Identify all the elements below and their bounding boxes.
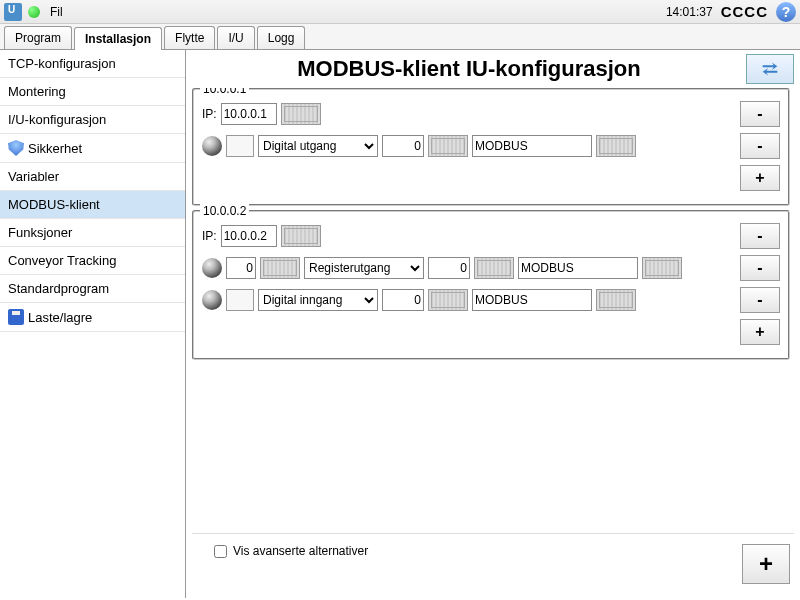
remove-server-button[interactable]: - [740, 101, 780, 127]
status-indicator: CCCC [721, 3, 768, 20]
add-signal-button[interactable]: + [740, 165, 780, 191]
group-legend: 10.0.0.2 [200, 204, 249, 218]
tab-installasjon[interactable]: Installasjon [74, 27, 162, 50]
signal-status-icon [202, 258, 222, 278]
main-panel: MODBUS-klient IU-konfigurasjon 10.0.0.1I… [186, 50, 800, 598]
modbus-server-group: 10.0.0.2IP:-Digital inngangDigital utgan… [192, 210, 790, 360]
sidebar-item-label: Montering [8, 84, 66, 99]
file-menu[interactable]: Fil [46, 1, 67, 23]
refresh-icon [759, 60, 781, 78]
signal-value-input[interactable] [226, 257, 256, 279]
sidebar-item-label: Standardprogram [8, 281, 109, 296]
tab-i/u[interactable]: I/U [217, 26, 254, 49]
signal-name-input[interactable] [472, 289, 592, 311]
disk-icon [8, 309, 24, 325]
remove-signal-button[interactable]: - [740, 255, 780, 281]
signal-name-input[interactable] [518, 257, 638, 279]
sidebar-item-label: MODBUS-klient [8, 197, 100, 212]
add-server-button[interactable]: + [742, 544, 790, 584]
signal-type-select[interactable]: Digital inngangDigital utgangRegisterinn… [304, 257, 424, 279]
sidebar-item-montering[interactable]: Montering [0, 78, 185, 106]
sidebar-item-standardprogram[interactable]: Standardprogram [0, 275, 185, 303]
refresh-button[interactable] [746, 54, 794, 84]
sidebar: TCP-konfigurasjonMonteringI/U-konfiguras… [0, 50, 186, 598]
connection-status-icon [28, 6, 40, 18]
menubar: Fil 14:01:37 CCCC ? [0, 0, 800, 24]
add-signal-button[interactable]: + [740, 319, 780, 345]
signal-status-icon [202, 290, 222, 310]
footer: Vis avanserte alternativer + [192, 533, 794, 594]
remove-server-button[interactable]: - [740, 223, 780, 249]
signal-address-input[interactable] [382, 289, 424, 311]
keyboard-button[interactable] [596, 135, 636, 157]
sidebar-item-conveyor-tracking[interactable]: Conveyor Tracking [0, 247, 185, 275]
sidebar-item-label: Sikkerhet [28, 141, 82, 156]
modbus-server-group: 10.0.0.1IP:-Digital inngangDigital utgan… [192, 88, 790, 206]
signal-address-input[interactable] [428, 257, 470, 279]
advanced-checkbox-label[interactable]: Vis avanserte alternativer [214, 544, 368, 558]
keyboard-button[interactable] [428, 135, 468, 157]
group-legend: 10.0.0.1 [200, 88, 249, 96]
keyboard-button[interactable] [281, 103, 321, 125]
keyboard-button[interactable] [642, 257, 682, 279]
shield-icon [8, 140, 24, 156]
sidebar-item-label: Laste/lagre [28, 310, 92, 325]
sidebar-item-tcp-konfigurasjon[interactable]: TCP-konfigurasjon [0, 50, 185, 78]
sidebar-item-label: Conveyor Tracking [8, 253, 116, 268]
ip-label: IP: [202, 107, 217, 121]
clock: 14:01:37 [666, 5, 713, 19]
tab-program[interactable]: Program [4, 26, 72, 49]
ip-input[interactable] [221, 103, 277, 125]
page-title: MODBUS-klient IU-konfigurasjon [192, 56, 746, 82]
signal-type-select[interactable]: Digital inngangDigital utgangRegisterinn… [258, 135, 378, 157]
keyboard-button[interactable] [260, 257, 300, 279]
signal-state-box[interactable] [226, 135, 254, 157]
sidebar-item-laste-lagre[interactable]: Laste/lagre [0, 303, 185, 332]
sidebar-item-variabler[interactable]: Variabler [0, 163, 185, 191]
remove-signal-button[interactable]: - [740, 133, 780, 159]
keyboard-button[interactable] [281, 225, 321, 247]
sidebar-item-sikkerhet[interactable]: Sikkerhet [0, 134, 185, 163]
help-button[interactable]: ? [776, 2, 796, 22]
signal-state-box[interactable] [226, 289, 254, 311]
sidebar-item-funksjoner[interactable]: Funksjoner [0, 219, 185, 247]
keyboard-button[interactable] [596, 289, 636, 311]
advanced-label-text: Vis avanserte alternativer [233, 544, 368, 558]
remove-signal-button[interactable]: - [740, 287, 780, 313]
ur-logo [4, 3, 22, 21]
sidebar-item-label: TCP-konfigurasjon [8, 56, 116, 71]
ip-label: IP: [202, 229, 217, 243]
tab-flytte[interactable]: Flytte [164, 26, 215, 49]
signal-status-icon [202, 136, 222, 156]
tab-bar: ProgramInstallasjonFlytteI/ULogg [0, 24, 800, 50]
ip-input[interactable] [221, 225, 277, 247]
advanced-checkbox[interactable] [214, 545, 227, 558]
sidebar-item-label: Variabler [8, 169, 59, 184]
keyboard-button[interactable] [428, 289, 468, 311]
sidebar-item-label: I/U-konfigurasjon [8, 112, 106, 127]
sidebar-item-modbus-klient[interactable]: MODBUS-klient [0, 191, 185, 219]
sidebar-item-label: Funksjoner [8, 225, 72, 240]
tab-logg[interactable]: Logg [257, 26, 306, 49]
signal-name-input[interactable] [472, 135, 592, 157]
keyboard-button[interactable] [474, 257, 514, 279]
signal-address-input[interactable] [382, 135, 424, 157]
signal-type-select[interactable]: Digital inngangDigital utgangRegisterinn… [258, 289, 378, 311]
sidebar-item-i-u-konfigurasjon[interactable]: I/U-konfigurasjon [0, 106, 185, 134]
